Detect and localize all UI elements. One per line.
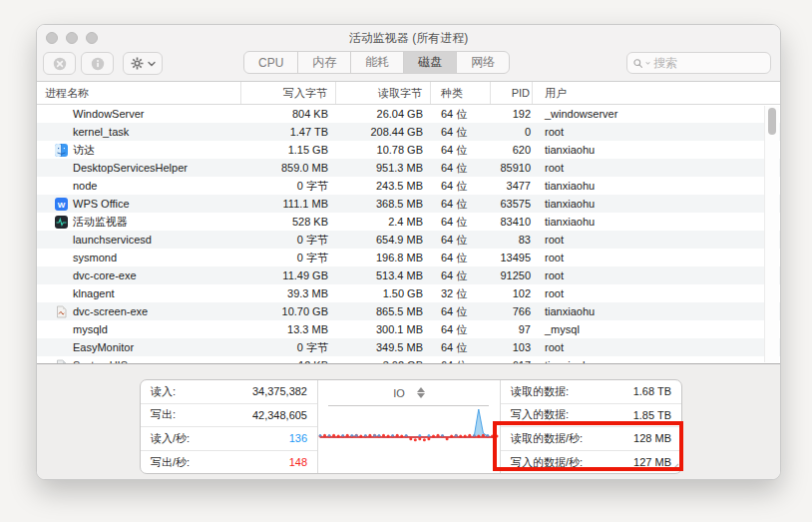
table-row[interactable]: kernel_task1.47 TB208.44 GB64 位0root [37,123,780,141]
tab-CPU[interactable]: CPU [244,52,298,73]
kind-cell: 64 位 [431,251,491,265]
user-cell: root [533,341,780,353]
activity-monitor-window: 活动监视器 (所有进程) [36,24,781,480]
bytes-read-cell: 2.4 MB [336,216,431,228]
settings-button[interactable] [123,52,163,75]
quit-process-button[interactable] [43,52,76,75]
stat-label: 读入: [151,384,176,399]
stepper-down-icon [417,393,425,398]
search-icon [633,58,642,69]
data-volume-row-2: 读取的数据/秒:128 MB [501,427,681,451]
process-name: EasyMonitor [73,341,134,353]
no-icon [55,341,68,354]
table-row[interactable]: 活动监视器528 KB2.4 MB64 位83410tianxiaohu [37,213,780,231]
kind-cell: 64 位 [431,161,491,176]
bytes-written-cell: 111.1 MB [241,198,336,210]
data-volume-row-3: 写入的数据/秒:127 MB [501,451,681,475]
process-name: kernel_task [73,126,129,138]
user-cell: tianxiaohu [533,216,780,228]
no-icon [55,162,68,175]
bytes-written-cell: 11.49 GB [241,269,336,281]
table-row[interactable]: klnagent39.3 MB1.50 GB32 位102root [37,284,780,302]
table-row[interactable]: dvc-screen-exe10.70 GB865.5 MB64 位766tia… [37,302,780,320]
user-cell: root [533,162,780,174]
table-row[interactable]: SystemUIServer12 KB3.02 GB64 位617tianxia… [37,356,780,363]
table-row[interactable]: WWPS Office111.1 MB368.5 MB64 位63575tian… [37,195,780,213]
kind-cell: 64 位 [431,340,491,355]
pid-cell: 97 [491,323,533,335]
stepper-up-icon [417,387,425,392]
bytes-read-cell: 1.50 GB [336,287,431,299]
bytes-read-cell: 349.5 MB [336,341,431,353]
pid-cell: 3477 [491,180,533,192]
bytes-written-cell: 39.3 MB [241,287,336,299]
process-name: dvc-screen-exe [73,305,148,317]
user-cell: tianxiaohu [533,144,780,156]
inspect-process-button[interactable] [81,52,114,75]
bytes-written-cell: 0 字节 [241,251,336,265]
bytes-written-cell: 1.15 GB [241,144,336,156]
chart-mode-label: IO [393,387,405,399]
scrollbar-thumb[interactable] [768,108,776,135]
stat-value: 1.85 TB [633,409,671,421]
stat-label: 写出/秒: [151,455,190,470]
table-row[interactable]: sysmond0 字节196.8 MB64 位13495root [37,249,780,266]
no-icon [55,287,68,300]
table-row[interactable]: EasyMonitor0 字节349.5 MB64 位103root [37,338,780,356]
no-icon [55,180,68,193]
user-cell: root [533,287,780,299]
bytes-written-cell: 528 KB [241,216,336,228]
activity-monitor-icon [55,216,68,229]
pid-cell: 0 [491,126,533,138]
table-row[interactable]: dvc-core-exe11.49 GB513.4 MB64 位91250roo… [37,266,780,284]
stat-label: 读入/秒: [151,431,190,446]
process-name-cell: dvc-core-exe [37,269,241,282]
process-name-cell: WWPS Office [37,198,241,211]
chart-mode-stepper[interactable] [417,387,425,398]
stat-label: 写入的数据/秒: [511,455,583,470]
table-row[interactable]: DesktopServicesHelper859.0 MB951.3 MB64 … [37,159,780,177]
search-field[interactable] [626,52,771,74]
table-header: 进程名称写入字节读取字节种类PID用户 [37,82,780,105]
stat-label: 读取的数据: [511,384,569,399]
column-header-5[interactable]: 用户 [533,82,780,104]
disk-stats-panel: 读入:34,375,382写出:42,348,605读入/秒:136写出/秒:1… [140,379,682,474]
kind-cell: 64 位 [431,233,491,248]
column-header-1[interactable]: 写入字节 [241,82,336,104]
stat-value: 148 [289,456,307,468]
process-name-cell: 访达 [37,143,241,158]
no-icon [55,234,68,247]
bytes-read-cell: 865.5 MB [336,305,431,317]
tab-磁盘[interactable]: 磁盘 [404,52,457,73]
stat-label: 写入的数据: [511,407,569,422]
table-row[interactable]: 访达1.15 GB10.78 GB64 位620tianxiaohu [37,141,780,159]
pid-cell: 83 [491,234,533,246]
user-cell: tianxiaohu [533,305,780,317]
tab-能耗[interactable]: 能耗 [351,52,404,73]
user-cell: root [533,252,780,263]
search-input[interactable] [653,56,764,70]
column-header-2[interactable]: 读取字节 [336,82,431,104]
table-row[interactable]: launchservicesd0 字节654.9 MB64 位83root [37,231,780,249]
stat-value: 1.68 TB [633,385,671,397]
document-icon [55,305,68,318]
resize-grip-icon[interactable] [669,461,679,471]
io-count-row-0: 读入:34,375,382 [141,380,317,404]
process-name-cell: klnagent [37,287,241,300]
vertical-scrollbar[interactable] [764,106,779,362]
tab-内存[interactable]: 内存 [298,52,351,73]
stat-value: 127 MB [633,456,671,468]
kind-cell: 64 位 [431,143,491,158]
column-header-0[interactable]: 进程名称 [37,82,241,104]
column-header-4[interactable]: PID [491,82,533,104]
table-row[interactable]: node0 字节243.5 MB64 位3477tianxiaohu [37,177,780,195]
table-row[interactable]: mysqld13.3 MB300.1 MB64 位97_mysql [37,320,780,338]
io-history-chart [318,405,499,474]
process-name-cell: node [37,180,241,193]
tab-网络[interactable]: 网络 [457,52,509,73]
table-row[interactable]: WindowServer804 KB26.04 GB64 位192_window… [37,105,780,123]
data-volume-row-1: 写入的数据:1.85 TB [501,404,681,428]
column-header-3[interactable]: 种类 [431,82,491,104]
bytes-read-cell: 951.3 MB [336,162,431,174]
bytes-read-cell: 300.1 MB [336,323,431,335]
